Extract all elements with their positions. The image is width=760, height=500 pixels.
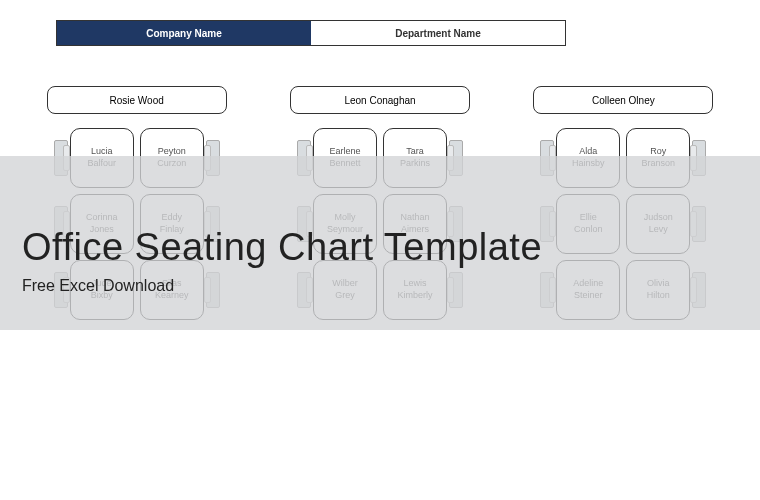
template-header: Company Name Department Name <box>56 20 566 46</box>
cluster-leader: Rosie Wood <box>47 86 227 114</box>
overlay-title: Office Seating Chart Template <box>22 226 542 269</box>
company-name-cell: Company Name <box>57 21 311 45</box>
overlay-subtitle: Free Excel Download <box>22 277 542 295</box>
cluster-leader: Colleen Olney <box>533 86 713 114</box>
department-name-cell: Department Name <box>311 21 565 45</box>
overlay-text: Office Seating Chart Template Free Excel… <box>22 226 542 295</box>
cluster-leader: Leon Conaghan <box>290 86 470 114</box>
